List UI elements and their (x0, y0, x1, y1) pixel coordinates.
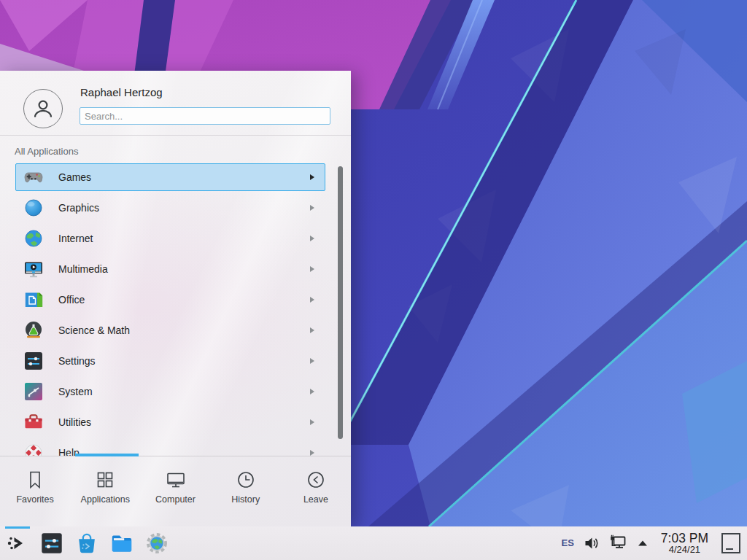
system-icon (23, 381, 44, 402)
launcher-header: Raphael Hertzog (0, 71, 351, 136)
multimedia-icon (23, 259, 44, 279)
system-settings-button[interactable] (39, 529, 64, 558)
active-task-indicator (5, 526, 30, 529)
taskbar-panel: ES 7:03 PM (0, 526, 747, 560)
folder-icon (110, 532, 133, 555)
menu-item-games[interactable]: Games (15, 163, 325, 191)
discover-button[interactable] (74, 529, 99, 558)
clock-icon (236, 469, 256, 491)
menu-item-help[interactable]: Help (15, 439, 325, 456)
menu-item-label: Graphics (58, 202, 310, 214)
file-manager-button[interactable] (109, 529, 134, 558)
search-input[interactable] (80, 107, 330, 125)
bookmark-icon (25, 469, 45, 491)
tab-label: History (231, 494, 260, 505)
submenu-arrow-icon (310, 327, 314, 333)
menu-item-office[interactable]: Office (15, 286, 325, 314)
tab-history[interactable]: History (211, 458, 281, 526)
menu-item-graphics[interactable]: Graphics (15, 194, 325, 222)
category-list: Games Graphics (0, 163, 351, 456)
tab-label: Computer (155, 494, 196, 505)
settings-icon (23, 351, 44, 371)
submenu-arrow-icon (310, 419, 314, 425)
active-tab-indicator (75, 454, 139, 456)
submenu-arrow-icon (310, 297, 314, 303)
tab-label: Applications (81, 494, 130, 505)
leave-circle-icon (306, 469, 326, 491)
web-browser-button[interactable] (144, 529, 169, 558)
help-icon (23, 443, 44, 456)
show-desktop-icon (721, 532, 741, 554)
scrollbar-thumb[interactable] (338, 166, 343, 439)
menu-item-label: Games (58, 171, 310, 183)
menu-item-science-math[interactable]: Science & Math (15, 316, 325, 344)
tab-leave[interactable]: Leave (281, 458, 351, 526)
submenu-arrow-icon (310, 358, 314, 364)
office-icon (23, 289, 44, 310)
wired-network-icon[interactable] (609, 534, 627, 551)
section-label: All Applications (15, 146, 78, 157)
discover-bag-icon (75, 532, 98, 555)
application-launcher-popup: Raphael Hertzog All Applications Games (0, 71, 351, 526)
menu-item-label: Multimedia (58, 263, 310, 275)
system-settings-icon (40, 532, 63, 555)
utilities-icon (23, 412, 44, 432)
user-icon (31, 96, 55, 121)
menu-item-system[interactable]: System (15, 378, 325, 405)
globe-gear-icon (145, 532, 169, 555)
menu-item-utilities[interactable]: Utilities (15, 408, 325, 436)
menu-item-label: Science & Math (58, 324, 310, 336)
menu-item-label: Office (58, 294, 310, 306)
menu-item-internet[interactable]: Internet (15, 225, 325, 252)
grid-icon (95, 469, 115, 491)
system-tray: ES 7:03 PM (561, 532, 747, 555)
submenu-arrow-icon (310, 450, 314, 456)
menu-item-label: Internet (58, 233, 310, 244)
submenu-arrow-icon (310, 174, 314, 180)
launcher-tab-bar: Favorites Applications Computer (0, 458, 351, 526)
digital-clock[interactable]: 7:03 PM 4/24/21 (661, 532, 708, 555)
menu-item-label: Settings (58, 355, 310, 367)
submenu-arrow-icon (310, 389, 314, 394)
divider (0, 456, 351, 456)
tab-favorites[interactable]: Favorites (0, 458, 70, 526)
submenu-arrow-icon (310, 236, 314, 241)
user-avatar[interactable] (23, 89, 63, 128)
submenu-arrow-icon (310, 205, 314, 211)
clock-time: 7:03 PM (661, 532, 708, 545)
submenu-arrow-icon (310, 266, 314, 272)
caret-up-icon[interactable] (637, 539, 649, 547)
kde-launcher-icon (6, 532, 28, 554)
show-desktop-button[interactable] (721, 532, 741, 554)
menu-item-multimedia[interactable]: Multimedia (15, 255, 325, 283)
volume-icon[interactable] (584, 535, 600, 551)
application-launcher-button[interactable] (4, 529, 29, 558)
internet-icon (23, 228, 44, 249)
monitor-icon (166, 469, 186, 491)
science-icon (23, 320, 44, 341)
user-name: Raphael Hertzog (80, 86, 163, 98)
menu-item-label: System (58, 386, 310, 397)
menu-item-settings[interactable]: Settings (15, 347, 325, 375)
taskbar-apps (0, 529, 169, 558)
tab-computer[interactable]: Computer (140, 458, 210, 526)
graphics-icon (23, 198, 44, 218)
menu-item-label: Utilities (58, 416, 310, 428)
tab-label: Favorites (16, 494, 53, 505)
clock-date: 4/24/21 (661, 545, 708, 555)
games-icon (23, 167, 44, 187)
tab-label: Leave (303, 494, 328, 505)
tab-applications[interactable]: Applications (70, 458, 140, 526)
keyboard-layout-indicator[interactable]: ES (561, 537, 573, 548)
